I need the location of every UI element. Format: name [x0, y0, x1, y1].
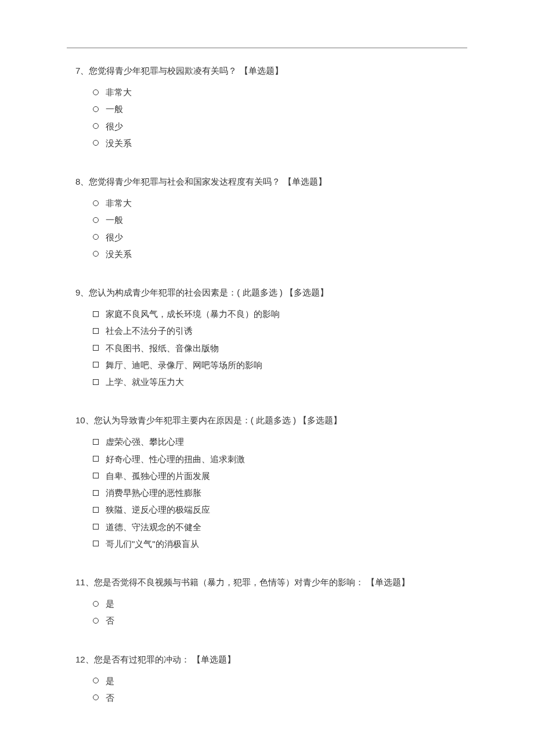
- radio-icon: [93, 678, 99, 683]
- checkbox-icon: [93, 345, 99, 351]
- option-item[interactable]: 家庭不良风气，成长环境（暴力不良）的影响: [93, 305, 459, 322]
- question-type-tag: 【多选题】: [298, 415, 342, 425]
- checkbox-icon: [93, 379, 99, 385]
- option-item[interactable]: 上学、就业等压力大: [93, 373, 459, 390]
- option-item[interactable]: 非常大: [93, 84, 459, 100]
- radio-icon: [93, 200, 99, 206]
- checkbox-icon: [93, 524, 99, 530]
- checkbox-icon: [93, 541, 99, 546]
- option-item[interactable]: 舞厅、迪吧、录像厅、网吧等场所的影响: [93, 357, 459, 373]
- question-7: 7、您觉得青少年犯罪与校园欺凌有关吗？ 【单选题】非常大一般很少没关系: [75, 64, 459, 152]
- option-item[interactable]: 道德、守法观念的不健全: [93, 519, 459, 535]
- question-number: 9、: [75, 287, 89, 297]
- radio-icon: [93, 618, 99, 624]
- option-label: 很少: [106, 118, 123, 135]
- option-label: 虚荣心强、攀比心理: [106, 433, 184, 450]
- question-type-tag: 【单选题】: [240, 66, 283, 75]
- option-item[interactable]: 否: [93, 689, 459, 706]
- option-label: 道德、守法观念的不健全: [106, 519, 201, 535]
- option-label: 自卑、孤独心理的片面发展: [106, 467, 210, 484]
- question-11: 11、您是否觉得不良视频与书籍（暴力，犯罪，色情等）对青少年的影响： 【单选题】…: [75, 575, 459, 629]
- option-label: 一般: [106, 211, 123, 228]
- radio-icon: [93, 140, 99, 146]
- page-container: 7、您觉得青少年犯罪与校园欺凌有关吗？ 【单选题】非常大一般很少没关系8、您觉得…: [0, 0, 534, 756]
- question-text: 您认为构成青少年犯罪的社会因素是：( 此题多选 ): [89, 287, 282, 297]
- option-item[interactable]: 不良图书、报纸、音像出版物: [93, 340, 459, 357]
- question-number: 12、: [75, 654, 94, 664]
- option-item[interactable]: 非常大: [93, 195, 459, 211]
- option-item[interactable]: 消费早熟心理的恶性膨胀: [93, 484, 459, 501]
- radio-icon: [93, 234, 99, 240]
- question-title: 10、您认为导致青少年犯罪主要内在原因是：( 此题多选 ) 【多选题】: [75, 413, 459, 427]
- question-12: 12、您是否有过犯罪的冲动： 【单选题】是否: [75, 653, 459, 707]
- question-number: 8、: [75, 177, 89, 186]
- checkbox-icon: [93, 328, 99, 334]
- question-9: 9、您认为构成青少年犯罪的社会因素是：( 此题多选 ) 【多选题】家庭不良风气，…: [75, 286, 459, 390]
- checkbox-icon: [93, 311, 99, 317]
- radio-icon: [93, 694, 99, 700]
- option-item[interactable]: 自卑、孤独心理的片面发展: [93, 467, 459, 484]
- question-type-tag: 【单选题】: [192, 654, 236, 664]
- question-text: 您是否觉得不良视频与书籍（暴力，犯罪，色情等）对青少年的影响：: [94, 577, 364, 587]
- question-10: 10、您认为导致青少年犯罪主要内在原因是：( 此题多选 ) 【多选题】虚荣心强、…: [75, 413, 459, 552]
- option-item[interactable]: 虚荣心强、攀比心理: [93, 433, 459, 450]
- question-text: 您认为导致青少年犯罪主要内在原因是：( 此题多选 ): [94, 415, 296, 425]
- option-label: 没关系: [106, 246, 132, 262]
- option-item[interactable]: 一般: [93, 211, 459, 228]
- question-type-tag: 【单选题】: [366, 577, 410, 587]
- radio-icon: [93, 601, 99, 607]
- question-number: 11、: [75, 577, 94, 587]
- top-rule: [67, 48, 467, 48]
- question-title: 9、您认为构成青少年犯罪的社会因素是：( 此题多选 ) 【多选题】: [75, 286, 459, 300]
- question-type-tag: 【单选题】: [283, 177, 327, 186]
- question-8: 8、您觉得青少年犯罪与社会和国家发达程度有关吗？ 【单选题】非常大一般很少没关系: [75, 175, 459, 262]
- question-type-tag: 【多选题】: [285, 287, 329, 297]
- option-label: 否: [106, 612, 114, 629]
- question-number: 10、: [75, 415, 94, 425]
- question-title: 11、您是否觉得不良视频与书籍（暴力，犯罪，色情等）对青少年的影响： 【单选题】: [75, 575, 459, 589]
- options-list: 非常大一般很少没关系: [75, 195, 459, 262]
- option-label: 没关系: [106, 135, 132, 152]
- radio-icon: [93, 123, 99, 129]
- option-item[interactable]: 社会上不法分子的引诱: [93, 322, 459, 339]
- radio-icon: [93, 251, 99, 257]
- option-item[interactable]: 否: [93, 612, 459, 629]
- question-title: 7、您觉得青少年犯罪与校园欺凌有关吗？ 【单选题】: [75, 64, 459, 78]
- checkbox-icon: [93, 362, 99, 368]
- options-list: 虚荣心强、攀比心理好奇心理、性心理的扭曲、追求刺激自卑、孤独心理的片面发展消费早…: [75, 433, 459, 552]
- options-list: 是否: [75, 595, 459, 629]
- option-item[interactable]: 很少: [93, 118, 459, 135]
- radio-icon: [93, 89, 99, 95]
- checkbox-icon: [93, 507, 99, 513]
- option-label: 舞厅、迪吧、录像厅、网吧等场所的影响: [106, 357, 262, 373]
- question-text: 您是否有过犯罪的冲动：: [94, 654, 190, 664]
- option-item[interactable]: 一般: [93, 100, 459, 117]
- option-item[interactable]: 没关系: [93, 135, 459, 152]
- option-label: 非常大: [106, 84, 132, 100]
- options-list: 家庭不良风气，成长环境（暴力不良）的影响社会上不法分子的引诱不良图书、报纸、音像…: [75, 305, 459, 390]
- option-label: 是: [106, 595, 114, 612]
- checkbox-icon: [93, 456, 99, 462]
- question-text: 您觉得青少年犯罪与校园欺凌有关吗？: [89, 66, 237, 75]
- option-item[interactable]: 是: [93, 595, 459, 612]
- option-label: 狭隘、逆反心理的极端反应: [106, 501, 210, 518]
- option-item[interactable]: 好奇心理、性心理的扭曲、追求刺激: [93, 451, 459, 467]
- option-label: 好奇心理、性心理的扭曲、追求刺激: [106, 451, 245, 467]
- checkbox-icon: [93, 490, 99, 496]
- question-title: 12、您是否有过犯罪的冲动： 【单选题】: [75, 653, 459, 667]
- question-title: 8、您觉得青少年犯罪与社会和国家发达程度有关吗？ 【单选题】: [75, 175, 459, 189]
- option-item[interactable]: 狭隘、逆反心理的极端反应: [93, 501, 459, 518]
- option-item[interactable]: 是: [93, 672, 459, 689]
- question-number: 7、: [75, 66, 89, 75]
- checkbox-icon: [93, 473, 99, 478]
- option-label: 哥儿们"义气"的消极盲从: [106, 535, 199, 552]
- question-text: 您觉得青少年犯罪与社会和国家发达程度有关吗？: [89, 177, 280, 186]
- option-label: 家庭不良风气，成长环境（暴力不良）的影响: [106, 305, 280, 322]
- option-label: 消费早熟心理的恶性膨胀: [106, 484, 201, 501]
- option-item[interactable]: 很少: [93, 229, 459, 246]
- option-item[interactable]: 哥儿们"义气"的消极盲从: [93, 535, 459, 552]
- option-label: 很少: [106, 229, 123, 246]
- option-item[interactable]: 没关系: [93, 246, 459, 262]
- option-label: 不良图书、报纸、音像出版物: [106, 340, 219, 357]
- options-list: 是否: [75, 672, 459, 707]
